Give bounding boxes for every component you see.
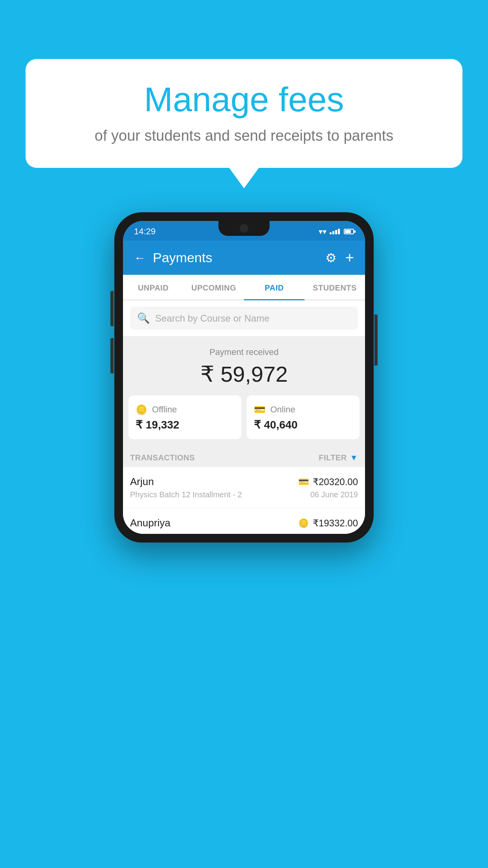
battery-icon: [344, 229, 354, 234]
search-bar[interactable]: 🔍 Search by Course or Name: [130, 307, 358, 330]
transaction-row-1-top: Arjun 💳 ₹20320.00: [130, 476, 358, 488]
offline-card-icon: 🪙: [136, 404, 147, 415]
online-card-top: 💳 Online: [254, 404, 352, 415]
volume-down-button: [110, 338, 114, 373]
tab-paid[interactable]: PAID: [244, 275, 305, 300]
transactions-header: TRANSACTIONS FILTER ▼: [123, 448, 365, 467]
filter-label: FILTER: [319, 453, 347, 462]
signal-icon: [330, 229, 340, 234]
transaction-1-date: 06 June 2019: [310, 490, 358, 499]
app-bar-left: ← Payments: [134, 250, 212, 265]
online-card-amount: ₹ 40,640: [254, 418, 352, 431]
tabs-bar: UNPAID UPCOMING PAID STUDENTS: [123, 275, 365, 300]
add-icon[interactable]: +: [345, 249, 354, 266]
transaction-row-2-top: Anupriya 🪙 ₹19332.00: [130, 517, 358, 529]
transaction-row-anupriya[interactable]: Anupriya 🪙 ₹19332.00: [123, 508, 365, 534]
transaction-1-payment-icon: 💳: [298, 477, 309, 487]
app-bar: ← Payments ⚙ +: [123, 241, 365, 275]
search-placeholder: Search by Course or Name: [155, 313, 270, 324]
power-button: [374, 314, 378, 366]
volume-up-button: [110, 291, 114, 326]
transaction-1-name: Arjun: [130, 476, 154, 488]
offline-card-label: Offline: [152, 405, 177, 415]
bubble-subtitle: of your students and send receipts to pa…: [49, 127, 439, 144]
phone-frame: 14:29 ▾▾: [114, 212, 374, 542]
offline-payment-card: 🪙 Offline ₹ 19,332: [128, 395, 241, 439]
transaction-2-amount: ₹19332.00: [313, 518, 358, 529]
status-time: 14:29: [134, 226, 156, 237]
filter-button[interactable]: FILTER ▼: [319, 453, 358, 462]
back-button[interactable]: ←: [134, 251, 146, 265]
filter-icon: ▼: [350, 453, 358, 462]
settings-icon[interactable]: ⚙: [325, 250, 337, 265]
app-bar-title: Payments: [153, 250, 212, 265]
transaction-1-amount-wrap: 💳 ₹20320.00: [298, 476, 358, 487]
bubble-title: Manage fees: [49, 81, 439, 119]
phone-frame-container: 14:29 ▾▾: [114, 212, 374, 542]
search-icon: 🔍: [137, 312, 150, 324]
payment-cards-row: 🪙 Offline ₹ 19,332 💳 Online ₹ 40,640: [123, 395, 365, 448]
phone-notch: [218, 221, 270, 236]
payment-total-amount: ₹ 59,972: [130, 361, 358, 387]
phone-screen: 14:29 ▾▾: [123, 221, 365, 534]
offline-card-top: 🪙 Offline: [136, 404, 234, 415]
payment-summary: Payment received ₹ 59,972: [123, 336, 365, 395]
transaction-2-name: Anupriya: [130, 517, 171, 529]
transaction-row-1-bottom: Physics Batch 12 Installment - 2 06 June…: [130, 490, 358, 499]
transaction-row-arjun[interactable]: Arjun 💳 ₹20320.00 Physics Batch 12 Insta…: [123, 467, 365, 508]
tab-upcoming[interactable]: UPCOMING: [183, 275, 244, 300]
transaction-2-payment-icon: 🪙: [298, 518, 309, 528]
wifi-icon: ▾▾: [319, 227, 327, 236]
status-icons: ▾▾: [319, 227, 354, 236]
speech-bubble-container: Manage fees of your students and send re…: [26, 59, 462, 168]
online-card-label: Online: [270, 405, 295, 415]
front-camera: [240, 224, 248, 233]
background: Manage fees of your students and send re…: [0, 0, 488, 868]
transactions-label: TRANSACTIONS: [130, 453, 195, 462]
online-card-icon: 💳: [254, 404, 266, 415]
speech-bubble: Manage fees of your students and send re…: [26, 59, 462, 168]
search-container: 🔍 Search by Course or Name: [123, 300, 365, 336]
transaction-2-amount-wrap: 🪙 ₹19332.00: [298, 518, 358, 529]
online-payment-card: 💳 Online ₹ 40,640: [247, 395, 360, 439]
tab-students[interactable]: STUDENTS: [305, 275, 365, 300]
transaction-1-amount: ₹20320.00: [313, 476, 358, 487]
tab-unpaid[interactable]: UNPAID: [123, 275, 183, 300]
payment-received-label: Payment received: [130, 347, 358, 357]
offline-card-amount: ₹ 19,332: [136, 418, 234, 431]
transaction-1-desc: Physics Batch 12 Installment - 2: [130, 490, 242, 499]
app-bar-right: ⚙ +: [325, 249, 354, 266]
